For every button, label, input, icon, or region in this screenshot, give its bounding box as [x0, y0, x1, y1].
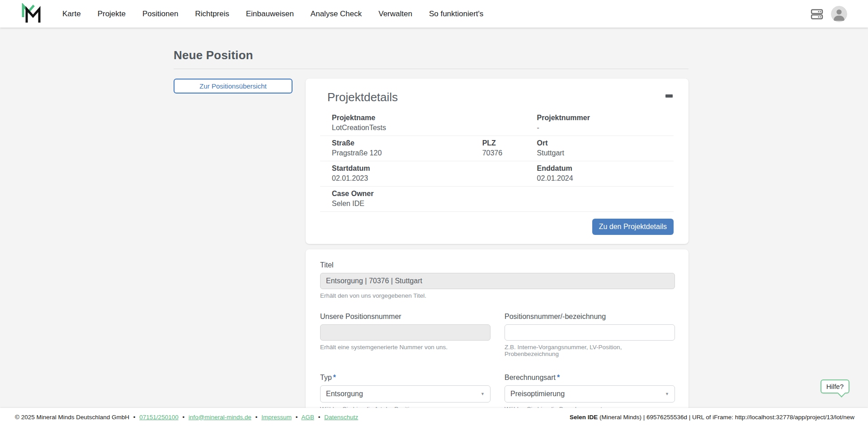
field-projektname: Projektname LotCreationTests: [332, 114, 482, 132]
field-value: LotCreationTests: [332, 124, 482, 132]
titel-input: [320, 273, 675, 289]
new-position-form-card: Titel Erhält den von uns vorgegebenen Ti…: [306, 249, 689, 408]
help-button[interactable]: Hilfe?: [821, 379, 849, 393]
field-value: 70376: [482, 149, 537, 157]
title-divider: [174, 69, 689, 69]
nav-item-analyse-check[interactable]: Analyse Check: [311, 9, 362, 19]
field-label: Startdatum: [332, 164, 482, 173]
field-label: Ort: [537, 139, 674, 147]
unsere-positionsnummer-label: Unsere Positionsnummer: [320, 313, 401, 320]
mineral-minds-logo-icon[interactable]: [20, 3, 43, 25]
collapse-icon[interactable]: [665, 94, 673, 98]
separator: •: [255, 414, 258, 421]
berechnungsart-label: Berechnungsart*: [505, 374, 560, 381]
field-startdatum: Startdatum 02.01.2023: [332, 164, 482, 183]
positionsnummer-field-group: Positionsnummer/-bezeichnung Z.B. Intern…: [505, 313, 675, 357]
project-details-title: Projektdetails: [327, 90, 674, 104]
required-marker: *: [557, 374, 560, 381]
main-content: Neue Position Zur Positionsübersicht Pro…: [0, 28, 868, 408]
positionsnummer-input[interactable]: [505, 324, 675, 341]
field-label: Projektnummer: [537, 114, 674, 122]
nav-item-positionen[interactable]: Positionen: [142, 9, 178, 19]
table-row: Straße Pragstraße 120 PLZ 70376 Ort Stut…: [320, 136, 674, 161]
nav-item-projekte[interactable]: Projekte: [98, 9, 126, 19]
unsere-positionsnummer-helper-text: Erhält eine systemgenerierte Nummer von …: [320, 344, 491, 351]
navbar-right: [810, 6, 847, 22]
table-row: Startdatum 02.01.2023 Enddatum 02.01.202…: [320, 161, 674, 187]
right-column: Projektdetails Projektname LotCreationTe…: [306, 79, 689, 408]
chevron-down-icon: ▼: [481, 392, 485, 396]
chevron-down-icon: ▼: [665, 392, 669, 396]
table-row: Projektname LotCreationTests Projektnumm…: [320, 111, 674, 136]
footer-link-agb[interactable]: AGB: [302, 414, 315, 421]
positionsnummer-label: Positionsnummer/-bezeichnung: [505, 313, 606, 320]
nav-item-einbauweisen[interactable]: Einbauweisen: [246, 9, 294, 19]
go-to-project-details-button[interactable]: Zu den Projektdetails: [592, 219, 674, 235]
top-navbar: Karte Projekte Positionen Richtpreis Ein…: [0, 0, 868, 28]
typ-field-group: Typ* Entsorgung ▼ Wählen Sie hier die Ar…: [320, 374, 491, 408]
field-ort: Ort Stuttgart: [537, 139, 674, 157]
separator: •: [133, 414, 136, 421]
positionsnummer-helper-text: Z.B. Interne-Vorgangsnummer, LV-Position…: [505, 344, 675, 357]
footer-link-email[interactable]: info@mineral-minds.de: [189, 414, 251, 421]
project-details-card: Projektdetails Projektname LotCreationTe…: [306, 79, 689, 244]
titel-label: Titel: [320, 261, 334, 269]
nav-item-so-funktionierts[interactable]: So funktioniert's: [429, 9, 483, 19]
session-user: Selen IDE: [570, 414, 598, 421]
session-details: (Mineral Minds) | 69576255536d | URL of …: [598, 414, 854, 421]
separator: •: [318, 414, 321, 421]
user-avatar-icon[interactable]: [831, 6, 847, 22]
field-strasse: Straße Pragstraße 120: [332, 139, 482, 157]
field-value: 02.01.2023: [332, 174, 482, 183]
field-plz: PLZ 70376: [482, 139, 537, 157]
main-nav: Karte Projekte Positionen Richtpreis Ein…: [62, 9, 483, 19]
typ-selected-value: Entsorgung: [326, 390, 363, 398]
session-info: Selen IDE (Mineral Minds) | 69576255536d…: [570, 414, 854, 421]
field-value: -: [537, 124, 674, 132]
berechnungsart-selected-value: Preisoptimierung: [510, 390, 565, 398]
footer: © 2025 Mineral Minds Deutschland GmbH • …: [0, 408, 868, 426]
berechnungsart-select[interactable]: Preisoptimierung ▼: [505, 385, 675, 403]
footer-link-impressum[interactable]: Impressum: [261, 414, 292, 421]
left-column: Zur Positionsübersicht: [174, 79, 292, 94]
separator: •: [182, 414, 184, 421]
field-value: Selen IDE: [332, 200, 482, 208]
field-value: Stuttgart: [537, 149, 674, 157]
typ-label: Typ*: [320, 374, 336, 381]
footer-info: © 2025 Mineral Minds Deutschland GmbH • …: [15, 414, 358, 421]
required-marker: *: [333, 374, 336, 381]
field-case-owner: Case Owner Selen IDE: [332, 190, 482, 208]
footer-link-phone[interactable]: 07151/250100: [139, 414, 178, 421]
page-title: Neue Position: [174, 48, 689, 62]
field-label: Projektname: [332, 114, 482, 122]
server-status-icon[interactable]: [810, 7, 824, 21]
field-label: Case Owner: [332, 190, 482, 198]
field-label: Straße: [332, 139, 482, 147]
field-value: Pragstraße 120: [332, 149, 482, 157]
field-projektnummer: Projektnummer -: [537, 114, 674, 132]
titel-helper-text: Erhält den von uns vorgegebenen Titel.: [320, 292, 675, 299]
field-label: Enddatum: [537, 164, 674, 173]
copyright-text: © 2025 Mineral Minds Deutschland GmbH: [15, 414, 129, 421]
unsere-positionsnummer-input: [320, 324, 491, 341]
field-enddatum: Enddatum 02.01.2024: [537, 164, 674, 183]
separator: •: [296, 414, 298, 421]
table-row: Case Owner Selen IDE: [320, 187, 674, 212]
typ-select[interactable]: Entsorgung ▼: [320, 385, 491, 403]
titel-field-group: Titel Erhält den von uns vorgegebenen Ti…: [320, 261, 675, 299]
back-to-positions-button[interactable]: Zur Positionsübersicht: [174, 79, 292, 94]
footer-link-datenschutz[interactable]: Datenschutz: [324, 414, 358, 421]
unsere-positionsnummer-field-group: Unsere Positionsnummer Erhält eine syste…: [320, 313, 491, 357]
nav-item-verwalten[interactable]: Verwalten: [378, 9, 412, 19]
berechnungsart-field-group: Berechnungsart* Preisoptimierung ▼ Wähle…: [505, 374, 675, 408]
nav-item-richtpreis[interactable]: Richtpreis: [195, 9, 229, 19]
project-details-table: Projektname LotCreationTests Projektnumm…: [320, 111, 674, 212]
nav-item-karte[interactable]: Karte: [62, 9, 81, 19]
field-label: PLZ: [482, 139, 537, 147]
field-value: 02.01.2024: [537, 174, 674, 183]
